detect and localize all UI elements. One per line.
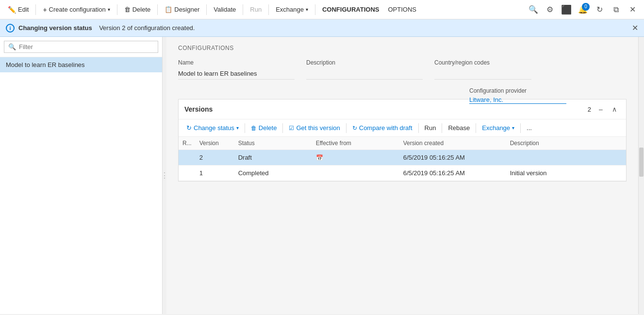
table-cell: 1 — [196, 166, 234, 181]
v-sep-7 — [520, 123, 521, 133]
exchange-dropdown-icon: ▾ — [512, 125, 514, 131]
v-sep-2 — [282, 123, 283, 133]
v-sep-1 — [245, 123, 245, 133]
create-config-button[interactable]: + Create configuration ▾ — [39, 4, 114, 16]
close-button[interactable]: ✕ — [625, 2, 640, 17]
compare-icon: ↻ — [352, 125, 357, 132]
versions-toolbar: ↻ Change status ▾ 🗑 Delete ☑ Get this ve… — [179, 119, 626, 137]
rebase-button[interactable]: Rebase — [444, 122, 474, 133]
v-sep-4 — [418, 123, 419, 133]
chevron-down-icon: ▾ — [108, 7, 110, 12]
get-version-button[interactable]: ☑ Get this version — [285, 122, 344, 133]
compare-draft-button[interactable]: ↻ Compare with draft — [348, 122, 416, 133]
sidebar: 🔍 Model to learn ER baselines — [0, 37, 163, 314]
country-value — [434, 68, 531, 80]
settings-icon: ⚙ — [546, 5, 553, 14]
office-icon: ⬛ — [561, 4, 572, 15]
versions-controls: – ∧ — [595, 103, 620, 115]
plus-icon: + — [43, 6, 47, 14]
designer-icon: 📋 — [165, 6, 172, 13]
country-label: Country/region codes — [434, 59, 531, 66]
description-label: Description — [306, 59, 423, 66]
separator-3 — [157, 4, 158, 15]
table-cell: 6/5/2019 05:16:25 AM — [399, 150, 506, 166]
separator-6 — [268, 4, 269, 15]
notification-badge-wrap[interactable]: 🔔 0 — [575, 2, 591, 17]
description-field: Description — [306, 59, 423, 80]
edit-icon: ✏️ — [8, 6, 16, 14]
versions-table-body: 2Draft📅6/5/2019 05:16:25 AM1Completed6/5… — [179, 150, 626, 181]
table-row[interactable]: 2Draft📅6/5/2019 05:16:25 AM — [179, 150, 626, 166]
col-header-r: R... — [179, 137, 196, 150]
separator-1 — [35, 4, 36, 15]
office-icon-button[interactable]: ⬛ — [559, 2, 574, 17]
table-cell: 📅 — [312, 150, 399, 166]
sidebar-item-model[interactable]: Model to learn ER baselines — [0, 57, 162, 72]
sidebar-resize-handle[interactable]: ⋮ — [163, 37, 166, 314]
table-cell — [179, 166, 196, 181]
change-status-button[interactable]: ↻ Change status ▾ — [182, 122, 243, 133]
col-header-desc: Description — [506, 137, 626, 150]
scrollbar-thumb[interactable] — [639, 148, 644, 177]
name-field: Name Model to learn ER baselines — [178, 59, 295, 80]
separator-5 — [243, 4, 243, 15]
filter-input-wrap[interactable]: 🔍 — [4, 41, 158, 53]
provider-label: Configuration provider — [469, 87, 566, 94]
form-row-1: Name Model to learn ER baselines Descrip… — [178, 59, 627, 80]
versions-dash-button[interactable]: – — [595, 103, 607, 115]
content-inner: CONFIGURATIONS Name Model to learn ER ba… — [166, 37, 638, 189]
table-cell: 6/5/2019 05:16:25 AM — [399, 166, 506, 181]
delete-button[interactable]: 🗑 Delete — [120, 4, 155, 15]
configurations-nav-button[interactable]: CONFIGURATIONS — [318, 4, 383, 15]
name-label: Name — [178, 59, 295, 66]
settings-icon-button[interactable]: ⚙ — [542, 2, 558, 17]
table-cell: Initial version — [506, 166, 626, 181]
versions-exchange-button[interactable]: Exchange ▾ — [478, 122, 518, 133]
table-cell — [179, 150, 196, 166]
col-header-effective: Effective from — [312, 137, 399, 150]
change-status-chevron-icon: ▾ — [236, 125, 239, 131]
edit-button[interactable]: ✏️ Edit — [4, 4, 33, 16]
versions-delete-button[interactable]: 🗑 Delete — [247, 122, 281, 133]
run-button[interactable]: Run — [246, 4, 265, 15]
more-options-button[interactable]: ... — [523, 122, 536, 133]
popout-button[interactable]: ⧉ — [608, 2, 624, 17]
versions-table: R... Version Status Effective from Versi… — [179, 137, 626, 181]
separator-4 — [206, 4, 207, 15]
refresh-button[interactable]: ↻ — [592, 2, 607, 17]
notification-bar: i Changing version status Version 2 of c… — [0, 19, 644, 37]
table-cell — [506, 150, 626, 166]
content-area: CONFIGURATIONS Name Model to learn ER ba… — [166, 37, 638, 314]
main-toolbar: ✏️ Edit + Create configuration ▾ 🗑 Delet… — [0, 0, 644, 19]
notification-text: Changing version status Version 2 of con… — [18, 24, 628, 32]
v-sep-3 — [346, 123, 347, 133]
table-row[interactable]: 1Completed6/5/2019 05:16:25 AMInitial ve… — [179, 166, 626, 181]
versions-table-header: R... Version Status Effective from Versi… — [179, 137, 626, 150]
close-icon: ✕ — [629, 5, 636, 14]
options-nav-button[interactable]: OPTIONS — [384, 4, 420, 15]
exchange-button[interactable]: Exchange ▾ — [272, 4, 312, 15]
exchange-chevron-icon: ▾ — [306, 7, 308, 12]
versions-collapse-button[interactable]: ∧ — [609, 103, 620, 115]
notification-close-button[interactable]: ✕ — [632, 23, 638, 33]
table-cell: 2 — [196, 150, 234, 166]
table-cell: Completed — [234, 166, 312, 181]
filter-input[interactable] — [19, 43, 154, 50]
country-field: Country/region codes — [434, 59, 531, 80]
get-version-icon: ☑ — [289, 125, 294, 132]
main-layout: 🔍 Model to learn ER baselines ⋮ CONFIGUR… — [0, 37, 644, 314]
search-icon-button[interactable]: 🔍 — [526, 2, 541, 17]
separator-2 — [117, 4, 117, 15]
info-icon: i — [6, 24, 15, 33]
designer-button[interactable]: 📋 Designer — [161, 4, 203, 15]
provider-value[interactable]: Litware, Inc. — [469, 96, 566, 104]
validate-button[interactable]: Validate — [210, 4, 240, 15]
refresh-icon: ↻ — [596, 5, 603, 14]
versions-panel: Versions 2 – ∧ ↻ Change status ▾ — [178, 99, 627, 182]
search-icon: 🔍 — [528, 5, 538, 14]
versions-run-button[interactable]: Run — [421, 122, 440, 133]
delete-icon: 🗑 — [124, 6, 131, 13]
right-scrollbar[interactable] — [638, 37, 644, 314]
table-cell — [312, 166, 399, 181]
provider-section: Configuration provider Litware, Inc. — [469, 87, 566, 104]
